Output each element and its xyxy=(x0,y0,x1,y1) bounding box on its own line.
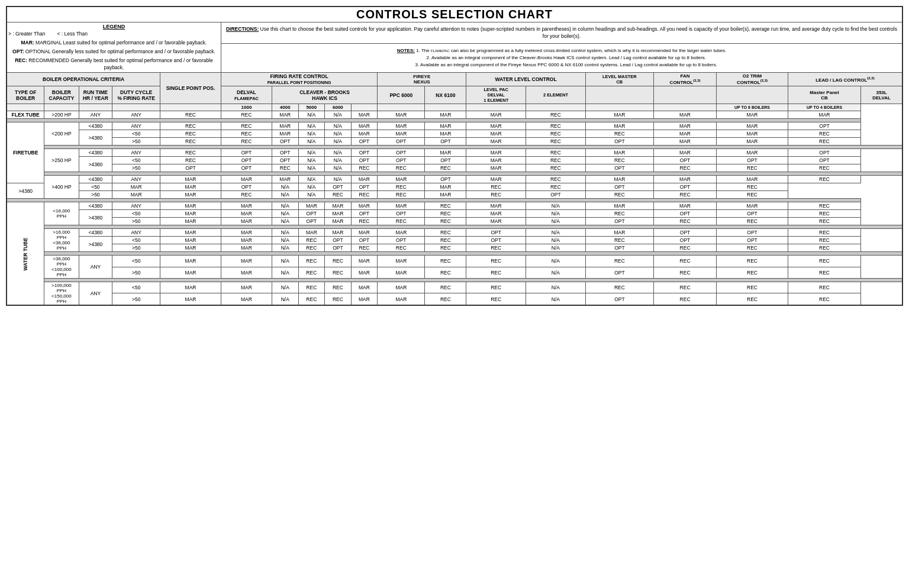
wt-16k-r1-5000: MAR xyxy=(298,202,325,210)
wt-100k-r2-duty: >50 xyxy=(112,267,160,279)
legend-greater: > : Greater Than xyxy=(8,31,45,38)
ft-400-r2-6000: N/A xyxy=(298,183,325,191)
ft-400-r1-1000: MAR xyxy=(221,176,272,183)
wt-16k-r2-duty: <50 xyxy=(112,210,160,218)
note-1: 1. The flamepac can also be programmed a… xyxy=(416,48,726,53)
wt-36k-r3-nx: REC xyxy=(378,244,425,252)
wt-100k-r1-o2: REC xyxy=(653,256,716,267)
ft-200-r1-ppc: MAR xyxy=(351,122,378,130)
wt-100k-r2-fp: MAR xyxy=(160,267,221,279)
ft-200-r2-fan: REC xyxy=(585,130,653,138)
wt-36k-r2-nx: OPT xyxy=(378,237,425,244)
wt-36k-r1-lvl: N/A xyxy=(526,229,586,237)
ft-400-r3-4000: REC xyxy=(221,191,272,199)
sub-cleaver-brooks: CLEAVER - BROOKSHAWK ICS xyxy=(272,86,377,104)
legend-less: < : Less Than xyxy=(57,31,88,38)
ft-200-r2-4000: MAR xyxy=(272,130,298,138)
wt-36k-r1-353: REC xyxy=(788,229,860,237)
wt-150k-r2-ppc: MAR xyxy=(351,293,378,305)
legend-opt: OPT: OPTIONAL Generally less suited for … xyxy=(8,49,220,56)
ft-200-r1-fan: MAR xyxy=(585,122,653,130)
flex-run: ANY xyxy=(79,111,112,119)
flex-1000: REC xyxy=(221,111,272,119)
ft-250-r3-5000: N/A xyxy=(298,164,325,172)
wt-100k-r2-ppc: MAR xyxy=(351,267,378,279)
subh-dutycycle xyxy=(112,104,160,111)
wt-36k-r1-2el: OPT xyxy=(466,229,526,237)
sub-nx6100: NX 6100 xyxy=(425,86,466,104)
ft-200-r3-5000: N/A xyxy=(298,138,325,146)
ft-200-r1-duty: ANY xyxy=(112,122,160,130)
flex-flamepac: REC xyxy=(160,111,221,119)
wt-36k-r3-353: REC xyxy=(788,244,860,252)
ft-250-r2-353: OPT xyxy=(788,157,860,164)
wt-36k-r3-mp: REC xyxy=(717,244,788,252)
wt-16k-r3-2el: MAR xyxy=(466,218,526,225)
ft-250-r3-1el: REC xyxy=(425,164,466,172)
ft-200-r1-mp: MAR xyxy=(717,122,788,130)
wt-150k-r1-4000: N/A xyxy=(272,282,298,293)
wt-16k-r3-duty: >50 xyxy=(112,218,160,225)
wt-16k-r3-1el: REC xyxy=(425,218,466,225)
ft-250-r1-mp: MAR xyxy=(717,149,788,157)
wt-100k-r2-353: REC xyxy=(788,267,860,279)
ft-250-r1-4000: OPT xyxy=(272,149,298,157)
wt-16k-r1-6000: MAR xyxy=(325,202,352,210)
header-level-master: LEVEL MASTERCB xyxy=(585,73,653,86)
ft-250-r2-5000: N/A xyxy=(298,157,325,164)
ft-200-r2-nx: MAR xyxy=(378,130,425,138)
ft-250-r1-2el: MAR xyxy=(466,149,526,157)
ft-400-r2-duty: <50 xyxy=(79,183,112,191)
ft-400-r2-fan: REC xyxy=(526,183,586,191)
ft-cap-250: >250 HP xyxy=(44,149,79,172)
ft-250-r1-6000: N/A xyxy=(325,149,352,157)
wt-cap-16k: <16,000PPH xyxy=(44,202,79,225)
notes-cell: NOTES: 1. The flamepac can also be progr… xyxy=(221,43,902,72)
wt-150k-r2-6000: REC xyxy=(325,293,352,305)
wt-100k-r2-5000: REC xyxy=(298,267,325,279)
subh-up4: UP TO 4 BOILERS xyxy=(788,104,860,111)
header-fan-control: FANCONTROL(2,3) xyxy=(653,73,716,86)
wt-16k-r3-353: REC xyxy=(788,218,860,225)
ft-cap-200: <200 HP xyxy=(44,122,79,146)
subh-lvlmaster xyxy=(526,104,586,111)
ft-250-r1-5000: N/A xyxy=(298,149,325,157)
wt-150k-run: ANY xyxy=(79,282,112,306)
subh-capacity xyxy=(44,104,79,111)
ft-400-r1-mp: MAR xyxy=(717,176,788,183)
flex-6000: N/A xyxy=(325,111,352,119)
ft-400-r3-1el: REC xyxy=(378,191,425,199)
wt-16k-r2-run: >4380 xyxy=(79,210,112,225)
legend-mar: MAR: MARGINAL Least suited for optimal p… xyxy=(8,40,220,47)
wt-100k-r1-5000: REC xyxy=(298,256,325,267)
ft-200-r3-nx: OPT xyxy=(378,138,425,146)
wt-16k-r2-lvl: N/A xyxy=(526,210,586,218)
wt-150k-r1-6000: REC xyxy=(325,282,352,293)
wt-150k-r2-2el: REC xyxy=(466,293,526,305)
ft-200-r1-run: <4380 xyxy=(79,122,112,130)
ft-250-r2-fan: REC xyxy=(585,157,653,164)
sub-level-pac-1el: LEVEL PACDELVAL1 ELEMENT xyxy=(466,86,526,104)
wt-16k-r3-4000: N/A xyxy=(272,218,298,225)
ft-400-r2-4000: OPT xyxy=(221,183,272,191)
subh-runtime xyxy=(79,104,112,111)
subh-flamepac xyxy=(160,104,221,111)
flex-lvl: REC xyxy=(526,111,586,119)
wt-100k-r1-duty: <50 xyxy=(112,256,160,267)
wt-36k-r2-lvl: N/A xyxy=(526,237,586,244)
legend-symbols: > : Greater Than < : Less Than xyxy=(8,31,220,38)
flex-cap: >200 HP xyxy=(44,111,79,119)
ft-400-r3-fp: MAR xyxy=(112,191,160,199)
subh-1000: 1000 xyxy=(221,104,272,111)
wt-36k-r2-duty: <50 xyxy=(112,237,160,244)
ft-200-r3-353: REC xyxy=(788,138,860,146)
wt-16k-r3-mp: REC xyxy=(717,218,788,225)
wt-16k-r1-4000: N/A xyxy=(272,202,298,210)
wt-100k-r1-6000: REC xyxy=(325,256,352,267)
wt-36k-r1-nx: MAR xyxy=(378,229,425,237)
wt-100k-r1-353: REC xyxy=(788,256,860,267)
ft-400-r1-6000: N/A xyxy=(325,176,352,183)
header-single-point: SINGLE POINT POS. xyxy=(160,73,221,104)
ft-250-r2-o2: OPT xyxy=(653,157,716,164)
ft-400-r1-run: <4380 xyxy=(79,176,112,183)
